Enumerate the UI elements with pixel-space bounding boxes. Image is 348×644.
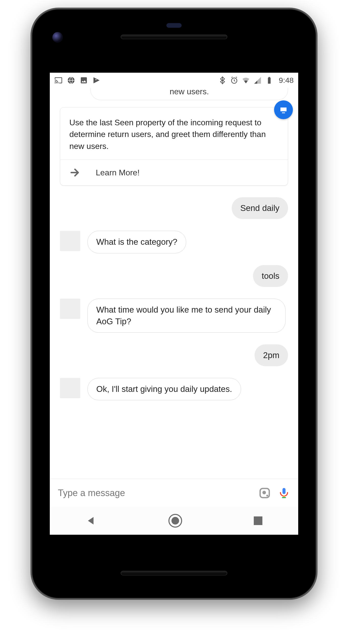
android-nav-bar — [50, 507, 298, 535]
phone-frame: 9:48 new users. Use the last Seen proper… — [30, 8, 318, 600]
proximity-sensor — [166, 23, 182, 28]
message-input[interactable] — [58, 488, 251, 498]
previous-card-peek: new users. — [90, 88, 288, 100]
cell-icon — [254, 76, 262, 84]
svg-point-3 — [262, 491, 266, 494]
card-action-label: Learn More! — [96, 168, 140, 177]
alarm-icon — [230, 76, 238, 84]
arrow-right-icon — [69, 167, 81, 178]
clock: 9:48 — [279, 76, 294, 85]
bottom-speaker — [121, 571, 227, 575]
front-camera — [52, 32, 63, 43]
chat-scroll[interactable]: new users. Use the last Seen property of… — [50, 88, 298, 479]
input-bar — [50, 479, 298, 507]
message-row: 2pm — [60, 344, 288, 366]
logo-icon — [279, 105, 288, 114]
earpiece — [121, 35, 227, 39]
lens-icon[interactable] — [259, 487, 271, 499]
status-left — [54, 76, 101, 84]
avatar — [60, 299, 80, 319]
bot-bubble[interactable]: What is the category? — [87, 231, 186, 253]
status-bar: 9:48 — [50, 73, 298, 88]
tip-card[interactable]: Use the last Seen property of the incomi… — [60, 107, 288, 186]
sports-icon — [67, 76, 75, 84]
cast-icon — [54, 76, 62, 84]
home-button[interactable] — [168, 514, 182, 528]
screen: 9:48 new users. Use the last Seen proper… — [50, 73, 298, 535]
card-action[interactable]: Learn More! — [60, 160, 288, 185]
play-icon — [92, 76, 101, 84]
avatar — [60, 231, 80, 251]
user-bubble[interactable]: 2pm — [255, 344, 288, 366]
stage: 9:48 new users. Use the last Seen proper… — [0, 0, 348, 644]
message-row: Send daily — [60, 197, 288, 219]
recents-button[interactable] — [254, 516, 262, 525]
card-body: Use the last Seen property of the incomi… — [60, 108, 288, 160]
mic-icon[interactable] — [278, 487, 290, 499]
bot-bubble[interactable]: Ok, I'll start giving you daily updates. — [87, 378, 241, 400]
bluetooth-icon — [218, 76, 227, 84]
user-bubble[interactable]: Send daily — [232, 197, 288, 219]
message-row: What is the category? — [60, 231, 288, 253]
message-row: tools — [60, 265, 288, 287]
home-button-inner — [171, 517, 179, 525]
battery-icon — [265, 76, 273, 84]
message-row: Ok, I'll start giving you daily updates. — [60, 378, 288, 400]
svg-point-4 — [266, 495, 268, 496]
user-bubble[interactable]: tools — [253, 265, 288, 287]
photos-icon — [80, 76, 88, 84]
message-row: What time would you like me to send your… — [60, 299, 288, 333]
wifi-icon — [242, 76, 250, 84]
avatar — [60, 378, 80, 398]
card-badge — [274, 100, 293, 119]
bot-bubble[interactable]: What time would you like me to send your… — [87, 299, 286, 333]
back-button[interactable] — [86, 515, 97, 526]
status-right: 9:48 — [218, 76, 294, 85]
